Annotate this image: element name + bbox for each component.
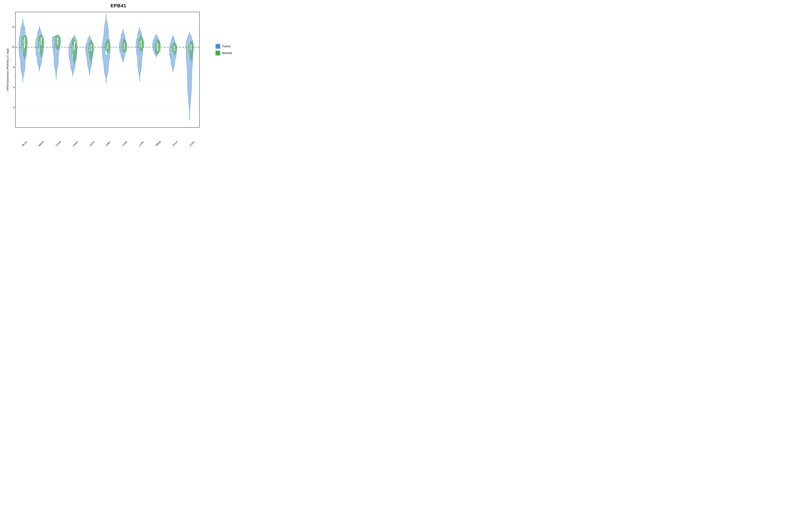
svg-rect-1118 <box>190 118 190 118</box>
svg-rect-78 <box>22 72 22 72</box>
svg-rect-981 <box>175 58 176 59</box>
svg-rect-742 <box>122 49 123 50</box>
svg-rect-196 <box>41 56 42 57</box>
svg-rect-278 <box>57 63 58 64</box>
svg-rect-1168 <box>191 42 191 43</box>
svg-rect-316 <box>56 38 57 38</box>
svg-rect-1144 <box>189 106 189 106</box>
x-label-luad: LUAD <box>121 140 128 147</box>
svg-rect-1069 <box>189 79 190 80</box>
svg-rect-197 <box>43 43 43 44</box>
svg-rect-830 <box>141 40 142 47</box>
svg-rect-576 <box>105 73 106 73</box>
svg-rect-1027 <box>171 41 171 42</box>
svg-rect-36 <box>22 22 23 23</box>
svg-rect-595 <box>106 16 106 17</box>
svg-rect-767 <box>139 59 139 59</box>
svg-rect-96 <box>27 42 27 43</box>
svg-rect-541 <box>105 69 106 70</box>
svg-rect-213 <box>40 53 41 53</box>
svg-rect-1040 <box>173 71 173 71</box>
svg-rect-88 <box>24 37 25 48</box>
svg-rect-911 <box>154 43 155 43</box>
svg-rect-66 <box>20 57 21 58</box>
svg-rect-1152 <box>192 42 192 43</box>
svg-rect-1038 <box>170 54 170 55</box>
y-axis-label: mRNA Expression (RNASeq V2, log2) <box>6 48 9 91</box>
svg-rect-80 <box>22 57 23 58</box>
svg-rect-119 <box>42 56 43 56</box>
svg-rect-862 <box>154 45 154 45</box>
svg-rect-681 <box>123 38 124 39</box>
svg-rect-429 <box>74 49 75 50</box>
svg-rect-647 <box>122 58 123 59</box>
svg-rect-1010 <box>172 69 173 69</box>
svg-rect-322 <box>58 47 58 48</box>
svg-rect-184 <box>39 62 39 63</box>
svg-rect-612 <box>108 62 108 62</box>
svg-rect-86 <box>22 67 22 68</box>
svg-rect-1128 <box>189 101 190 102</box>
svg-rect-380 <box>72 64 72 65</box>
svg-rect-772 <box>142 57 142 57</box>
svg-rect-93 <box>23 51 23 52</box>
svg-rect-252 <box>57 54 57 55</box>
svg-rect-43 <box>20 38 21 38</box>
svg-rect-20 <box>21 65 21 66</box>
svg-rect-275 <box>54 40 55 41</box>
svg-rect-11 <box>23 65 24 65</box>
svg-rect-466 <box>90 74 90 74</box>
svg-rect-368 <box>72 69 72 70</box>
svg-rect-241 <box>56 56 57 56</box>
svg-rect-1167 <box>191 58 192 59</box>
svg-rect-293 <box>55 67 56 68</box>
svg-rect-487 <box>90 74 90 75</box>
svg-rect-1156 <box>191 42 191 42</box>
svg-rect-104 <box>24 35 25 36</box>
svg-rect-728 <box>124 43 124 44</box>
x-label-ucec: UCEC <box>189 140 195 147</box>
svg-rect-571 <box>106 33 107 33</box>
svg-rect-1017 <box>173 38 173 38</box>
svg-rect-1077 <box>191 77 192 78</box>
svg-rect-202 <box>43 42 44 43</box>
svg-rect-294 <box>52 43 53 43</box>
svg-rect-1030 <box>173 41 174 42</box>
svg-rect-1001 <box>171 64 172 64</box>
svg-rect-367 <box>73 63 74 63</box>
svg-rect-1022 <box>172 44 172 45</box>
svg-rect-837 <box>140 43 141 44</box>
svg-rect-204 <box>41 34 41 35</box>
svg-rect-745 <box>123 45 124 45</box>
svg-rect-656 <box>121 35 122 36</box>
svg-rect-127 <box>37 57 38 57</box>
svg-rect-464 <box>90 65 91 65</box>
svg-rect-768 <box>138 54 139 54</box>
svg-rect-253 <box>55 57 56 58</box>
svg-rect-1053 <box>173 49 174 49</box>
svg-rect-1158 <box>191 57 191 58</box>
svg-rect-1120 <box>192 69 192 70</box>
svg-rect-929 <box>153 46 154 47</box>
svg-rect-602 <box>106 59 106 59</box>
svg-rect-788 <box>137 47 137 47</box>
svg-rect-123 <box>39 64 39 65</box>
svg-rect-917 <box>154 40 155 40</box>
svg-rect-232 <box>55 69 56 70</box>
svg-rect-455 <box>90 67 91 68</box>
svg-rect-1161 <box>192 46 193 46</box>
svg-rect-106 <box>22 41 22 42</box>
svg-rect-263 <box>53 37 53 38</box>
svg-rect-933 <box>154 46 155 47</box>
svg-rect-1014 <box>173 66 173 66</box>
svg-rect-972 <box>175 41 175 42</box>
svg-rect-1026 <box>172 43 172 43</box>
svg-rect-264 <box>55 53 55 53</box>
svg-rect-216 <box>41 53 42 53</box>
svg-rect-564 <box>106 66 106 66</box>
svg-rect-190 <box>39 69 40 69</box>
svg-rect-132 <box>36 53 36 54</box>
svg-rect-1127 <box>188 84 189 84</box>
svg-rect-425 <box>76 45 76 46</box>
svg-rect-557 <box>104 68 105 69</box>
